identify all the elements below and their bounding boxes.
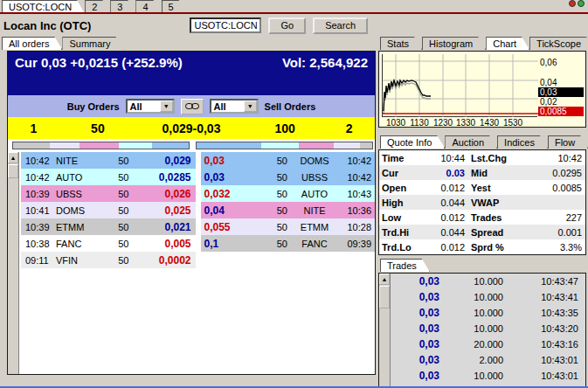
top-tab-4[interactable]: 4: [135, 0, 161, 12]
x-axis-label: 1530: [500, 118, 526, 128]
trade-row[interactable]: 0,0310.00010:43:01: [391, 368, 585, 384]
top-tab-3[interactable]: 3: [110, 0, 135, 12]
trade-row[interactable]: 0,0310.00010:43:20: [391, 321, 585, 336]
table-row[interactable]: 10:38FANC500,005: [21, 235, 196, 252]
top-tab-strip: USOTC:LOCN2345: [0, 0, 588, 12]
trade-price: 0,03: [391, 275, 439, 288]
order-time: 10:36: [336, 205, 375, 216]
trades-list: 0,0310.00010:43:470,0310.00010:43:410,03…: [391, 274, 585, 388]
green-status-dot[interactable]: [578, 0, 585, 7]
tab-auction[interactable]: Auction: [445, 135, 497, 149]
trades-panel: ▲ 0,0310.00010:43:470,0310.00010:43:410,…: [378, 273, 586, 388]
scroll-up-icon[interactable]: ▲: [8, 152, 18, 163]
quote-value: 0.012: [419, 183, 468, 193]
tab-tickscope[interactable]: TickScope: [529, 37, 588, 50]
market-maker: NITE: [293, 205, 336, 216]
red-status-dot[interactable]: [569, 0, 576, 7]
trade-row[interactable]: 0,0320.00010:43:16: [391, 336, 585, 352]
top-tab-usotc-locn[interactable]: USOTC:LOCN: [2, 0, 85, 12]
table-row[interactable]: 10:39UBSS500,026: [21, 185, 196, 202]
trade-row[interactable]: 0,0310.00010:43:41: [391, 289, 585, 305]
sell-filter-select[interactable]: All ▼: [210, 99, 259, 114]
table-row[interactable]: 0,03250AUTO10:43: [201, 185, 376, 202]
tab-quote-info[interactable]: Quote Info: [380, 135, 445, 149]
order-size: 50: [101, 222, 142, 232]
y-axis-label: 0,04: [538, 78, 584, 87]
order-price: 0,055: [201, 221, 252, 233]
quote-tab-strip: Quote InfoAuctionIndicesFlow: [378, 135, 586, 149]
table-row[interactable]: 10:42AUTO500,0285: [21, 169, 196, 185]
trade-size: 10.000: [439, 371, 528, 381]
quote-row: Open0.012Yest0.0085: [379, 180, 585, 195]
chevron-down-icon[interactable]: ▼: [244, 100, 257, 112]
trade-row[interactable]: 0,0310.00010:43:47: [391, 274, 585, 289]
table-row[interactable]: 10:42NITE500,029: [21, 152, 196, 169]
trade-time: 10:43:16: [528, 339, 585, 350]
search-button[interactable]: Search: [313, 17, 368, 34]
order-size: 50: [101, 255, 142, 266]
tab-histogram[interactable]: Histogram: [422, 37, 486, 50]
current-price-text: Cur 0,03 +0,0215 (+252.9%): [15, 55, 183, 70]
orders-tab-strip: All ordersSummary: [0, 37, 376, 51]
tab-indices[interactable]: Indices: [497, 135, 548, 149]
y-axis-label: 0,03: [538, 87, 584, 97]
trade-size: 10.000: [439, 292, 528, 302]
scrollbar-thumb[interactable]: [8, 164, 18, 178]
table-row[interactable]: 0,0350UBSS10:42: [201, 169, 376, 185]
chevron-down-icon[interactable]: ▼: [160, 100, 173, 112]
tab-flow[interactable]: Flow: [548, 135, 588, 149]
table-row[interactable]: 09:11VFIN500,0002: [21, 252, 196, 268]
tab-chart[interactable]: Chart: [486, 37, 529, 50]
trade-price: 0,03: [391, 322, 439, 335]
table-row[interactable]: 0,0450NITE10:36: [201, 202, 376, 218]
table-row[interactable]: 10:39ETMM500,021: [21, 218, 196, 235]
orderbook-scrollbar[interactable]: ▲: [8, 152, 19, 374]
table-row[interactable]: 0,150FANC09:39: [201, 235, 376, 252]
order-size: 50: [101, 172, 142, 183]
tab-all-orders[interactable]: All orders: [2, 37, 62, 50]
buy-filter-select[interactable]: All ▼: [126, 99, 175, 114]
tab-trades[interactable]: Trades: [380, 259, 430, 272]
buy-filter-value: All: [128, 101, 160, 112]
quote-label: Cur: [379, 168, 419, 178]
trades-scrollbar[interactable]: ▲: [379, 274, 391, 388]
quote-label: High: [379, 197, 419, 208]
book-area: ▲ 10:42NITE500,02910:42AUTO500,028510:39…: [8, 152, 375, 374]
tab-stats[interactable]: Stats: [380, 37, 422, 50]
table-row[interactable]: 10:41DOMS500,025: [21, 202, 196, 218]
bid-size: 50: [59, 121, 136, 135]
spread-text: 0,029-0,03: [136, 121, 246, 135]
top-tab-5[interactable]: 5: [162, 0, 187, 12]
tab-summary[interactable]: Summary: [62, 37, 123, 50]
ask-parties: 2: [323, 121, 375, 135]
trade-row[interactable]: 0,0310.00010:43:35: [391, 305, 585, 321]
quote-label: Open: [379, 183, 419, 193]
order-size: 50: [101, 239, 142, 249]
depth-segment-blue: [152, 142, 189, 149]
table-row[interactable]: 0,0350DOMS10:42: [201, 152, 376, 169]
depth-segment-cyan: [119, 142, 152, 149]
quote-value: 0.044: [419, 227, 468, 238]
depth-distribution-row: [8, 139, 375, 152]
depth-segment-lavender: [334, 142, 360, 149]
quote-row: Trd.Hi0.044Spread0.001: [379, 225, 585, 239]
buy-depth-bar: [12, 142, 190, 149]
table-row[interactable]: 0,05550ETMM10:28: [201, 218, 376, 235]
order-time: 09:11: [21, 255, 56, 266]
link-filters-button[interactable]: [181, 99, 204, 114]
x-axis-label: 1430: [476, 118, 502, 128]
market-maker: NITE: [56, 156, 101, 166]
trade-size: 20.000: [439, 339, 528, 350]
go-button[interactable]: Go: [268, 17, 306, 34]
instrument-title: Locan Inc (OTC): [3, 19, 91, 32]
quote-row: High0.044VWAP: [379, 195, 585, 210]
trade-time: 10:43:41: [528, 292, 585, 302]
symbol-input[interactable]: [190, 17, 261, 33]
scrollbar-thumb[interactable]: [379, 286, 390, 308]
order-price: 0,0002: [142, 254, 196, 267]
quote-label: Mid: [468, 168, 519, 178]
quote-value: 0.03: [419, 168, 468, 178]
top-tab-2[interactable]: 2: [85, 0, 110, 12]
trade-row[interactable]: 0,032.00010:43:01: [391, 352, 585, 368]
scroll-up-icon[interactable]: ▲: [379, 274, 390, 285]
